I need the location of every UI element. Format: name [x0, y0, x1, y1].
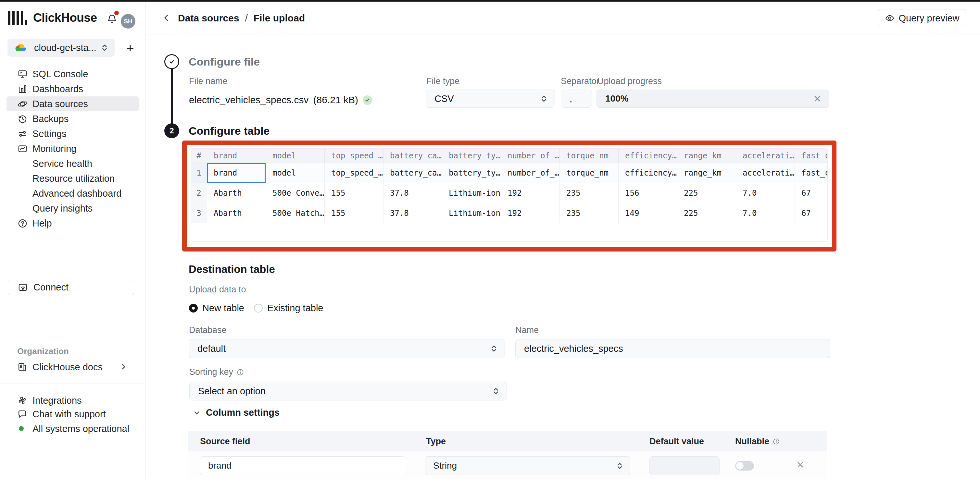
sidebar-item-service-health[interactable]: Service health — [6, 156, 139, 171]
sidebar-item-resource-utilization[interactable]: Resource utilization — [6, 171, 139, 186]
new-table-label[interactable]: New table — [202, 303, 244, 314]
source-field-input[interactable]: brand — [200, 456, 405, 475]
preview-cell[interactable]: Lithium-ion — [442, 183, 501, 203]
preview-column-header[interactable]: brand — [207, 149, 266, 163]
remove-column-icon[interactable]: ✕ — [796, 459, 804, 471]
sidebar-item-backups[interactable]: Backups — [6, 111, 139, 126]
preview-column-header[interactable]: battery_ty… — [442, 149, 501, 163]
sidebar-item-system-status[interactable]: All systems operational — [6, 422, 139, 436]
preview-cell[interactable]: 192 — [501, 183, 560, 203]
preview-cell[interactable]: Abarth — [207, 203, 266, 223]
sidebar-item-settings[interactable]: Settings — [6, 126, 139, 141]
sidebar-item-monitoring[interactable]: Monitoring — [6, 141, 139, 156]
preview-column-header[interactable]: range_km — [677, 149, 736, 163]
query-preview-button[interactable]: Query preview — [878, 9, 966, 27]
preview-cell[interactable]: 500e Hatch… — [266, 203, 325, 223]
separator-input[interactable]: , — [561, 90, 592, 108]
system-status-label: All systems operational — [32, 423, 129, 434]
preview-cell[interactable]: range_km — [677, 163, 736, 183]
preview-cell[interactable]: fast_cha… — [795, 163, 828, 183]
preview-cell[interactable]: 500e Conve… — [266, 183, 325, 203]
default-value-input[interactable] — [649, 456, 719, 475]
upload-cancel-icon[interactable]: ✕ — [813, 93, 829, 105]
preview-cell[interactable]: accelerati… — [736, 163, 795, 183]
sidebar-item-data-sources[interactable]: Data sources — [6, 97, 139, 111]
preview-cell[interactable]: 7.0 — [736, 203, 795, 223]
workspace-selector[interactable]: cloud-get-sta... — [8, 39, 115, 57]
clickhouse-logo[interactable]: ClickHouse — [8, 11, 97, 25]
preview-cell[interactable]: 235 — [560, 183, 619, 203]
integrations-puzzle-icon — [17, 395, 28, 406]
preview-cell[interactable]: 67 — [795, 183, 828, 203]
query-preview-label: Query preview — [899, 13, 959, 24]
preview-cell[interactable]: 225 — [677, 183, 736, 203]
breadcrumb-data-sources[interactable]: Data sources — [178, 13, 239, 24]
column-settings-toggle[interactable]: Column settings — [192, 407, 280, 418]
preview-cell[interactable]: 156 — [619, 183, 677, 203]
type-value: String — [425, 460, 616, 471]
sidebar-item-clickhouse-docs[interactable]: ClickHouse docs — [6, 360, 139, 374]
preview-cell[interactable]: top_speed_… — [325, 163, 383, 183]
preview-cell[interactable]: Abarth — [207, 183, 266, 203]
preview-column-header[interactable]: accelerati… — [736, 149, 795, 163]
preview-column-header[interactable]: battery_ca… — [383, 149, 442, 163]
preview-cell[interactable]: model — [266, 163, 325, 183]
sorting-key-select[interactable]: Select an option — [189, 382, 507, 400]
preview-cell[interactable]: 192 — [501, 203, 560, 223]
preview-cell[interactable]: 225 — [677, 203, 736, 223]
preview-cell[interactable]: 149 — [619, 203, 677, 223]
preview-cell[interactable]: battery_ca… — [383, 163, 442, 183]
table-row: 2Abarth500e Conve…15537.8Lithium-ion1922… — [191, 183, 828, 203]
sidebar-item-chat-support[interactable]: Chat with support — [6, 407, 139, 421]
updown-chevron-icon — [492, 387, 500, 395]
sidebar-item-dashboards[interactable]: Dashboards — [6, 81, 139, 97]
preview-cell[interactable]: 235 — [560, 203, 619, 223]
avatar[interactable]: SH — [121, 14, 135, 29]
nullable-toggle[interactable] — [735, 461, 754, 471]
destination-table-title: Destination table — [189, 263, 275, 276]
row-number-header[interactable]: # — [191, 149, 207, 163]
back-chevron-icon[interactable] — [161, 12, 172, 24]
preview-cell[interactable]: Lithium-ion — [442, 203, 501, 223]
info-icon — [236, 368, 244, 376]
preview-column-header[interactable]: torque_nm — [560, 149, 619, 163]
file-type-label: File type — [426, 76, 460, 86]
preview-cell[interactable]: 67 — [795, 203, 828, 223]
preview-column-header[interactable]: top_speed_… — [325, 149, 383, 163]
existing-table-label[interactable]: Existing table — [267, 303, 323, 314]
preview-cell-focused[interactable]: brand — [207, 163, 266, 183]
existing-table-radio[interactable] — [254, 304, 263, 312]
preview-cell[interactable]: 155 — [325, 183, 383, 203]
updown-chevron-icon — [540, 94, 548, 103]
preview-cell[interactable]: torque_nm — [560, 163, 619, 183]
new-table-radio[interactable] — [189, 304, 198, 312]
preview-cell[interactable]: 155 — [325, 203, 383, 223]
sidebar-item-advanced-dashboard[interactable]: Advanced dashboard — [6, 186, 139, 201]
preview-column-header[interactable]: model — [266, 149, 325, 163]
table-name-input[interactable]: electric_vehicles_specs — [515, 339, 830, 358]
docs-label: ClickHouse docs — [32, 362, 103, 373]
preview-cell[interactable]: 7.0 — [736, 183, 795, 203]
status-ok-dot-icon — [19, 426, 24, 431]
preview-column-header[interactable]: number_of_… — [501, 149, 560, 163]
preview-cell[interactable]: battery_ty… — [442, 163, 501, 183]
sidebar-item-sql-console[interactable]: SQL Console — [6, 67, 139, 81]
type-select[interactable]: String — [425, 456, 630, 475]
connect-button[interactable]: Connect — [8, 280, 134, 295]
file-type-select[interactable]: CSV — [426, 90, 555, 108]
breadcrumb-separator: / — [245, 13, 247, 24]
preview-cell[interactable]: number_of_… — [501, 163, 560, 183]
row-number: 2 — [191, 183, 207, 203]
preview-cell[interactable]: 37.8 — [383, 183, 442, 203]
sidebar-item-help[interactable]: Help — [6, 216, 139, 231]
upload-data-to-label: Upload data to — [189, 285, 246, 295]
preview-column-header[interactable]: fast_cha… — [795, 149, 828, 163]
sidebar-item-integrations[interactable]: Integrations — [6, 393, 139, 408]
preview-column-header[interactable]: efficiency… — [619, 149, 677, 163]
preview-cell[interactable]: efficiency… — [619, 163, 677, 183]
database-select[interactable]: default — [189, 339, 505, 358]
sidebar-item-query-insights[interactable]: Query insights — [6, 201, 139, 216]
add-service-button[interactable]: + — [123, 41, 138, 56]
table-row: 3Abarth500e Hatch…15537.8Lithium-ion1922… — [191, 203, 828, 223]
preview-cell[interactable]: 37.8 — [383, 203, 442, 223]
